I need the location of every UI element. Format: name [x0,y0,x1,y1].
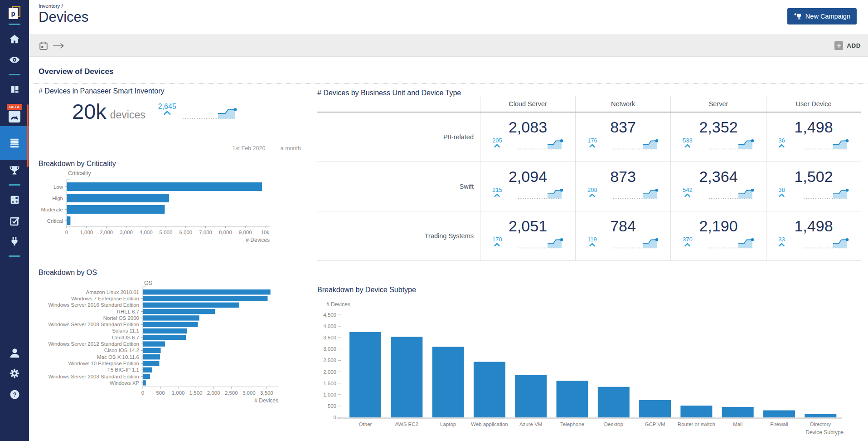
sidebar-item-surveys[interactable] [0,210,29,231]
arrow-right-icon [52,42,66,49]
bu-cell-delta: 170 [492,236,502,247]
bu-cell-sparkline [613,188,659,202]
bu-cell-delta: 36 [778,137,785,148]
bu-metric-cell[interactable]: 1,49833 [766,211,861,261]
gauge-icon [9,111,20,122]
checkbox-edit-icon [9,215,20,226]
svg-text:Critical: Critical [47,218,63,224]
bu-cell-delta: 176 [587,137,597,148]
sidebar-scrollbar-thumb[interactable] [27,104,29,167]
bu-cell-delta-value: 176 [587,137,597,144]
bu-cell-delta: 370 [683,236,693,247]
bu-cell-sparkline [518,237,564,252]
bu-cell-value: 837 [576,118,670,136]
sidebar-item-dashboards[interactable] [0,79,29,100]
sidebar-item-beta-metrics[interactable]: BETA [0,100,29,126]
logo-letter: p [9,8,18,19]
panaseer-logo[interactable]: p [8,6,21,20]
sidebar-item-inventory-active[interactable] [0,126,29,160]
svg-text:4,500: 4,500 [323,312,336,318]
bu-metric-cell[interactable]: 784119 [575,211,670,261]
sidebar-item-settings[interactable] [0,363,29,384]
bu-cell-value: 2,094 [480,168,575,186]
plug-icon [9,236,20,247]
sidebar-item-campaigns[interactable] [0,160,29,181]
section-title: Overview of Devices [39,67,113,76]
bu-cell-delta: 205 [492,137,502,148]
bu-metric-cell[interactable]: 1,49836 [766,113,861,162]
bu-cell-trend: 205 [480,136,575,153]
breadcrumb[interactable]: Inventory / [39,3,63,9]
sidebar-item-connectors[interactable] [0,231,29,252]
svg-text:500: 500 [156,390,165,396]
sidebar-item-calculations[interactable]: + = × ÷ [0,189,29,210]
bu-column-header: Network [575,96,670,113]
date-picker-button[interactable] [39,41,48,51]
bu-cell-delta-value: 170 [492,236,502,243]
bu-cell-sparkline [709,138,755,153]
svg-text:0: 0 [65,230,68,235]
add-label: ADD [847,42,861,49]
add-button[interactable]: ADD [834,41,861,50]
bu-cell-trend: 370 [671,235,766,252]
device-subtype-chart[interactable]: # Devices05001,0001,5002,0002,5003,0003,… [317,294,861,439]
plus-icon [834,41,843,50]
sidebar-item-home[interactable] [0,29,29,49]
bu-metric-cell[interactable]: 1,50238 [766,162,861,211]
svg-text:1,500: 1,500 [323,381,336,386]
svg-text:1,500: 1,500 [189,390,203,396]
svg-text:Solaris 11.1: Solaris 11.1 [112,328,139,333]
bu-metric-cell[interactable]: 2,083205 [480,113,575,162]
svg-text:AWS EC2: AWS EC2 [395,421,418,427]
bu-metric-cell[interactable]: 2,364542 [670,162,766,211]
bu-cell-delta: 215 [492,186,502,197]
bu-metric-cell[interactable]: 2,352533 [670,113,766,162]
svg-text:500: 500 [328,403,336,409]
trend-up-icon [778,193,785,197]
bu-cell-value: 2,083 [480,118,575,136]
svg-text:Router or switch: Router or switch [678,421,715,427]
svg-text:CentOS 6.7: CentOS 6.7 [112,335,139,340]
svg-text:RHEL 6.7: RHEL 6.7 [117,309,139,314]
trend-up-icon [589,193,596,197]
bu-metric-cell[interactable]: 2,051170 [480,211,575,261]
svg-text:Device Subtype: Device Subtype [805,429,844,436]
svg-text:OS: OS [144,280,152,286]
bu-metric-cell[interactable]: 873208 [575,162,670,211]
bu-row-label: Trading Systems [317,211,480,261]
bu-cell-delta: 33 [778,236,785,247]
svg-text:Other: Other [359,421,372,427]
bu-metric-cell[interactable]: 837176 [575,113,670,162]
sidebar-divider [9,184,20,186]
svg-text:0: 0 [141,390,144,396]
trend-up-icon [778,243,785,247]
bu-cell-delta-value: 208 [587,186,597,193]
stat-delta-value: 2,645 [158,103,176,111]
os-chart[interactable]: OSAmazon Linux 2018.01Windows 7 Enterpri… [39,279,297,407]
svg-text:3,500: 3,500 [323,335,336,340]
sidebar-item-profile[interactable] [0,342,29,363]
stat-delta: 2,645 [158,103,176,115]
criticality-chart[interactable]: CriticalityLowHighModerateCritical01,000… [39,169,292,246]
svg-text:# Devices: # Devices [326,301,350,308]
bu-cell-trend: 36 [766,136,861,153]
filter-bar: ADD [29,35,868,57]
svg-text:Mail: Mail [733,421,742,427]
bu-metric-cell[interactable]: 2,094215 [480,162,575,211]
trend-up-icon [494,243,500,247]
svg-text:9,000: 9,000 [239,230,252,235]
bu-cell-delta-value: 36 [778,137,785,144]
smart-inventory-title: # Devices in Panaseer Smart Inventory [39,87,164,95]
database-icon [9,137,20,149]
bu-cell-delta-value: 38 [778,186,785,193]
sidebar-item-help[interactable]: ? [0,384,29,405]
sidebar-item-monitor[interactable] [0,49,29,70]
bu-metric-cell[interactable]: 2,190370 [670,211,766,261]
bu-cell-value: 784 [576,217,670,235]
bu-cell-delta: 533 [683,137,693,148]
svg-text:6,000: 6,000 [179,230,192,235]
sidebar-divider [9,255,20,257]
new-campaign-button[interactable]: New Campaign [787,8,857,24]
svg-text:5,000: 5,000 [160,230,173,235]
svg-text:2,500: 2,500 [225,390,238,396]
